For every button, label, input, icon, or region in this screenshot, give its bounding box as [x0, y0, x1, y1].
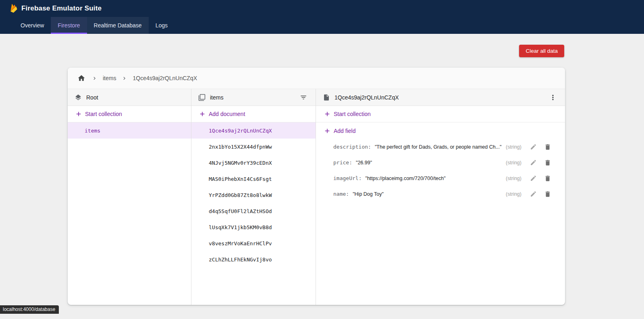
pencil-icon	[530, 175, 537, 182]
toolbar: Clear all data	[0, 34, 644, 57]
pencil-icon	[530, 143, 537, 150]
root-icon	[75, 94, 82, 101]
home-button[interactable]	[77, 73, 86, 83]
collection-panel-header: items	[191, 89, 316, 106]
add-field-label: Add field	[334, 128, 355, 134]
field-list: description "The perfect gift for Dads, …	[316, 139, 565, 202]
firestore-data-card: items 1Qce4s9aj2rQLnUnCZqX Root	[68, 68, 565, 305]
trash-icon	[544, 191, 551, 198]
document-panel-title: 1Qce4s9aj2rQLnUnCZqX	[334, 94, 399, 101]
filter-documents-button[interactable]	[297, 91, 310, 104]
breadcrumb: items 1Qce4s9aj2rQLnUnCZqX	[68, 68, 565, 89]
edit-field-button[interactable]	[527, 188, 539, 200]
document-row[interactable]: 4NJvj5NGMv0rY39cEDnX	[191, 155, 316, 171]
field-type: (string)	[506, 176, 521, 181]
delete-field-button[interactable]	[542, 172, 554, 184]
add-document-button[interactable]: Add document	[191, 106, 316, 122]
trash-icon	[544, 159, 551, 166]
breadcrumb-document[interactable]: 1Qce4s9aj2rQLnUnCZqX	[133, 75, 197, 81]
document-row[interactable]: lUsqXk7V1jkb5KM0vB8d	[191, 219, 316, 235]
plus-icon	[199, 110, 206, 118]
edit-field-button[interactable]	[527, 157, 539, 169]
start-collection-label: Start collection	[85, 111, 122, 117]
clear-all-data-button[interactable]: Clear all data	[519, 45, 564, 57]
trash-icon	[544, 143, 551, 151]
delete-field-button[interactable]	[542, 141, 554, 153]
field-value: "26.99"	[356, 160, 372, 166]
document-row[interactable]: v8veszMrVoKaEnrHClPv	[191, 235, 316, 251]
field-key: description	[333, 144, 371, 150]
delete-field-button[interactable]	[542, 188, 554, 200]
document-row[interactable]: 1Qce4s9aj2rQLnUnCZqX	[191, 122, 316, 139]
field-type: (string)	[506, 144, 521, 150]
status-bar: localhost:4000/database	[0, 305, 59, 314]
field-actions: (string)	[506, 141, 554, 153]
edit-field-button[interactable]	[527, 141, 539, 153]
collection-panel-title: items	[210, 94, 223, 101]
app-title: Firebase Emulator Suite	[21, 4, 102, 12]
main-content: Clear all data items 1Qce4s9aj2rQLnUnCZq…	[0, 34, 644, 305]
collection-panel: items Add document 1Qce4s9aj2rQLnUnCZqX	[191, 89, 316, 305]
root-panel-header: Root	[68, 89, 191, 106]
field-value: "Hip Dog Toy"	[353, 191, 384, 197]
tab-realtime-database[interactable]: Realtime Database	[87, 17, 149, 34]
field-actions: (string)	[506, 188, 554, 200]
start-collection-button[interactable]: Start collection	[68, 106, 191, 122]
field-value: "https://placeimg.com/720/700/tech"	[365, 176, 445, 181]
home-icon	[77, 74, 85, 82]
field-value: "The perfect gift for Dads, Grads, or pe…	[375, 144, 502, 150]
document-more-options-button[interactable]	[546, 91, 559, 104]
document-panel-header: 1Qce4s9aj2rQLnUnCZqX	[316, 89, 565, 106]
collection-icon	[198, 94, 206, 101]
document-row[interactable]: MAS0iPhebXnI4Cs6Fsgt	[191, 171, 316, 187]
field-key: name	[333, 191, 349, 197]
document-row[interactable]: d4q5SqfU0Fl2lAZtHSOd	[191, 203, 316, 219]
trash-icon	[544, 175, 551, 182]
add-field-button[interactable]: Add field	[316, 122, 565, 139]
document-row[interactable]: 2nx1bYo15X2X44dfpnWw	[191, 139, 316, 155]
field-actions: (string)	[506, 172, 554, 184]
field-row: name "Hip Dog Toy" (string)	[316, 186, 565, 202]
field-actions: (string)	[506, 157, 554, 169]
root-panel-title: Root	[86, 94, 98, 101]
field-row: description "The perfect gift for Dads, …	[316, 139, 565, 155]
field-key: price	[333, 160, 352, 166]
field-type: (string)	[506, 191, 521, 197]
plus-icon	[324, 127, 331, 135]
doc-start-collection-button[interactable]: Start collection	[316, 106, 565, 122]
field-row: imageUrl "https://placeimg.com/720/700/t…	[316, 170, 565, 186]
document-row[interactable]: zCLhZhLLFhEkNGvIj8vo	[191, 251, 316, 267]
root-panel: Root Start collection items	[68, 89, 191, 305]
edit-field-button[interactable]	[527, 172, 539, 184]
doc-start-collection-label: Start collection	[334, 111, 371, 117]
document-icon	[323, 94, 330, 101]
filter-icon	[300, 94, 307, 101]
main-nav: Overview Firestore Realtime Database Log…	[0, 17, 644, 34]
tab-logs[interactable]: Logs	[149, 17, 175, 34]
add-document-label: Add document	[209, 111, 245, 117]
firebase-logo-icon	[9, 3, 17, 14]
tab-overview[interactable]: Overview	[14, 17, 51, 34]
field-type: (string)	[506, 160, 521, 166]
pencil-icon	[530, 159, 537, 166]
breadcrumb-collection[interactable]: items	[103, 75, 116, 81]
plus-icon	[324, 110, 331, 118]
pencil-icon	[530, 191, 537, 197]
plus-icon	[75, 110, 82, 118]
panel-columns: Root Start collection items items	[68, 89, 565, 305]
document-row[interactable]: YrPZdd0Gb87Zt8o8lwkW	[191, 187, 316, 203]
field-key: imageUrl	[333, 175, 361, 181]
chevron-right-icon	[91, 75, 98, 81]
chevron-right-icon	[121, 75, 127, 81]
collection-row[interactable]: items	[68, 122, 191, 139]
kebab-menu-icon	[549, 93, 557, 102]
field-row: price "26.99" (string)	[316, 155, 565, 170]
document-panel: 1Qce4s9aj2rQLnUnCZqX Start collection	[316, 89, 565, 305]
app-header: Firebase Emulator Suite	[0, 0, 644, 17]
delete-field-button[interactable]	[542, 157, 554, 169]
tab-firestore[interactable]: Firestore	[51, 17, 87, 34]
